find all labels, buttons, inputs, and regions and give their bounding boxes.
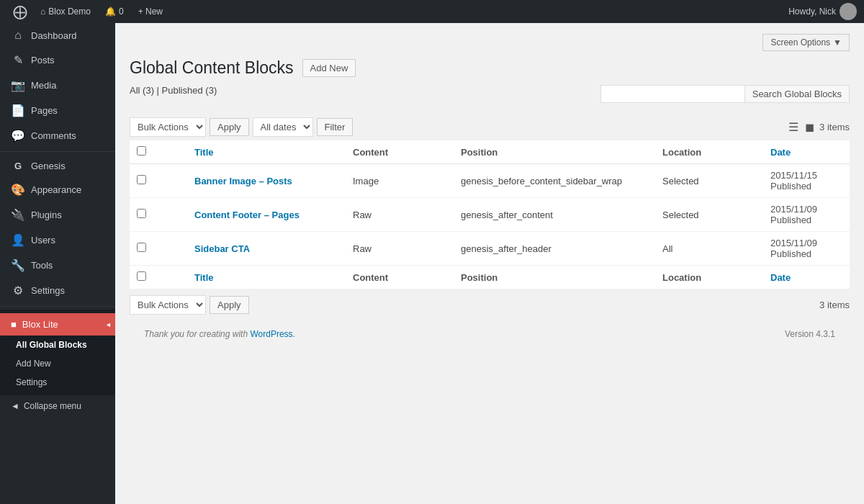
collapse-menu-button[interactable]: ◄ Collapse menu bbox=[0, 395, 115, 417]
sidebar-item-label: Pages bbox=[31, 105, 58, 116]
home-icon: ⌂ bbox=[40, 6, 45, 17]
notification-count: 0 bbox=[119, 6, 124, 17]
select-all-footer-checkbox[interactable] bbox=[137, 271, 146, 281]
sidebar-item-label: Appearance bbox=[31, 184, 81, 195]
position-column-header: Position bbox=[454, 140, 655, 164]
sidebar-item-comments[interactable]: 💬 Comments bbox=[0, 123, 115, 148]
chevron-down-icon: ▼ bbox=[833, 37, 842, 48]
search-global-blocks-button[interactable]: Search Global Blocks bbox=[744, 85, 850, 103]
sidebar-item-label: Users bbox=[31, 235, 55, 246]
blox-lite-label: Blox Lite bbox=[22, 319, 58, 330]
sidebar-item-label: Posts bbox=[31, 55, 55, 66]
sidebar-item-label: Plugins bbox=[31, 210, 62, 220]
sub-menu-label: All Global Blocks bbox=[16, 340, 87, 350]
wordpress-link[interactable]: WordPress. bbox=[250, 329, 294, 339]
appearance-icon: 🎨 bbox=[11, 183, 25, 197]
sub-menu-label: Add New bbox=[16, 359, 51, 369]
screen-options-button[interactable]: Screen Options ▼ bbox=[762, 34, 850, 51]
row-title-link[interactable]: Content Footer – Pages bbox=[194, 210, 300, 220]
search-area: Search Global Blocks bbox=[600, 85, 850, 103]
dates-select[interactable]: All dates bbox=[253, 117, 313, 137]
row-position-cell: genesis_before_content_sidebar_wrap bbox=[454, 164, 655, 198]
main-content: Screen Options ▼ Global Content Blocks A… bbox=[115, 23, 864, 504]
apply-button-top[interactable]: Apply bbox=[210, 118, 249, 136]
position-footer-header: Position bbox=[454, 266, 655, 289]
sidebar-item-label: Tools bbox=[31, 260, 53, 271]
sidebar-item-genesis[interactable]: G Genesis bbox=[0, 155, 115, 177]
search-input[interactable] bbox=[600, 85, 744, 103]
row-checkbox-cell[interactable] bbox=[130, 164, 187, 198]
select-all-checkbox-footer[interactable] bbox=[130, 266, 187, 289]
row-checkbox-cell[interactable] bbox=[130, 232, 187, 266]
sidebar-item-add-new[interactable]: Add New bbox=[0, 354, 115, 373]
new-content-link[interactable]: + New bbox=[131, 0, 170, 23]
row-title-cell: Sidebar CTA bbox=[187, 232, 346, 266]
sidebar-item-tools[interactable]: 🔧 Tools bbox=[0, 253, 115, 278]
row-title-cell: Content Footer – Pages bbox=[187, 198, 346, 232]
footer-thank-you: Thank you for creating with bbox=[144, 329, 248, 339]
published-filter-link[interactable]: Published (3) bbox=[162, 85, 217, 96]
sidebar-item-media[interactable]: 📷 Media bbox=[0, 73, 115, 98]
sidebar-item-appearance[interactable]: 🎨 Appearance bbox=[0, 177, 115, 202]
top-bar: ⨁ ⌂ Blox Demo 🔔 0 + New Howdy, Nick bbox=[0, 0, 864, 23]
sidebar-item-posts[interactable]: ✎ Posts bbox=[0, 48, 115, 73]
sidebar-item-all-global-blocks[interactable]: All Global Blocks bbox=[0, 336, 115, 354]
row-checkbox[interactable] bbox=[137, 243, 146, 252]
row-content-cell: Raw bbox=[346, 232, 454, 266]
bulk-actions-select-top[interactable]: Bulk Actions bbox=[130, 117, 206, 137]
sidebar-item-settings[interactable]: ⚙ Settings bbox=[0, 278, 115, 303]
blox-lite-icon: ■ bbox=[11, 319, 17, 330]
filter-links: All (3) | Published (3) bbox=[130, 85, 217, 96]
sidebar-item-pages[interactable]: 📄 Pages bbox=[0, 98, 115, 123]
grid-view-icon[interactable]: ◼ bbox=[804, 119, 816, 135]
table-row: Sidebar CTA Raw genesis_after_header All… bbox=[130, 232, 850, 266]
row-checkbox-cell[interactable] bbox=[130, 198, 187, 232]
sidebar-item-settings-sub[interactable]: Settings bbox=[0, 373, 115, 392]
date-footer-header[interactable]: Date bbox=[763, 266, 850, 289]
date-column-header[interactable]: Date bbox=[763, 140, 850, 164]
sidebar: ⌂ Dashboard ✎ Posts 📷 Media 📄 Pages 💬 Co… bbox=[0, 23, 115, 504]
row-checkbox[interactable] bbox=[137, 209, 146, 218]
sidebar-item-dashboard[interactable]: ⌂ Dashboard bbox=[0, 23, 115, 48]
bottom-toolbar: Bulk Actions Apply 3 items bbox=[130, 295, 850, 315]
row-title-link[interactable]: Banner Image – Posts bbox=[194, 176, 292, 186]
avatar bbox=[840, 3, 857, 20]
apply-button-bottom[interactable]: Apply bbox=[210, 296, 249, 314]
row-title-link[interactable]: Sidebar CTA bbox=[194, 243, 250, 254]
howdy-text: Howdy, Nick bbox=[788, 6, 836, 17]
new-label: + New bbox=[138, 6, 163, 17]
select-all-checkbox[interactable] bbox=[137, 146, 146, 156]
blox-lite-header[interactable]: ■ Blox Lite bbox=[0, 313, 115, 336]
notifications-link[interactable]: 🔔 0 bbox=[98, 0, 131, 23]
page-title-area: Global Content Blocks Add New bbox=[130, 58, 850, 78]
sidebar-item-label: Settings bbox=[31, 285, 65, 296]
select-all-checkbox-header[interactable] bbox=[130, 140, 187, 164]
sidebar-item-plugins[interactable]: 🔌 Plugins bbox=[0, 202, 115, 228]
row-checkbox[interactable] bbox=[137, 175, 146, 184]
add-new-button[interactable]: Add New bbox=[302, 59, 356, 77]
list-view-icon[interactable]: ☰ bbox=[787, 119, 800, 135]
title-footer-header[interactable]: Title bbox=[187, 266, 346, 289]
row-date-cell: 2015/11/09Published bbox=[763, 232, 850, 266]
title-column-header[interactable]: Title bbox=[187, 140, 346, 164]
content-footer-header: Content bbox=[346, 266, 454, 289]
settings-icon: ⚙ bbox=[11, 284, 25, 297]
table-row: Content Footer – Pages Raw genesis_after… bbox=[130, 198, 850, 232]
top-toolbar: Bulk Actions Apply All dates Filter ☰ ◼ … bbox=[130, 117, 850, 137]
table-footer-row: Title Content Position Location Date bbox=[130, 266, 850, 289]
plugins-icon: 🔌 bbox=[11, 208, 25, 222]
sidebar-item-label: Dashboard bbox=[31, 30, 77, 41]
filter-button[interactable]: Filter bbox=[317, 118, 354, 136]
site-name-link[interactable]: ⌂ Blox Demo bbox=[33, 0, 98, 23]
wordpress-logo-icon: ⨁ bbox=[7, 3, 33, 20]
location-footer-header: Location bbox=[655, 266, 763, 289]
bulk-actions-select-bottom[interactable]: Bulk Actions bbox=[130, 295, 206, 315]
row-location-cell: Selected bbox=[655, 198, 763, 232]
table-body: Banner Image – Posts Image genesis_befor… bbox=[130, 164, 850, 266]
footer: Thank you for creating with WordPress. V… bbox=[130, 318, 850, 350]
version-text: Version 4.3.1 bbox=[785, 329, 835, 339]
sidebar-item-users[interactable]: 👤 Users bbox=[0, 228, 115, 253]
all-filter-link[interactable]: All (3) bbox=[130, 85, 157, 96]
sidebar-item-label: Media bbox=[31, 80, 56, 91]
genesis-icon: G bbox=[11, 161, 25, 171]
